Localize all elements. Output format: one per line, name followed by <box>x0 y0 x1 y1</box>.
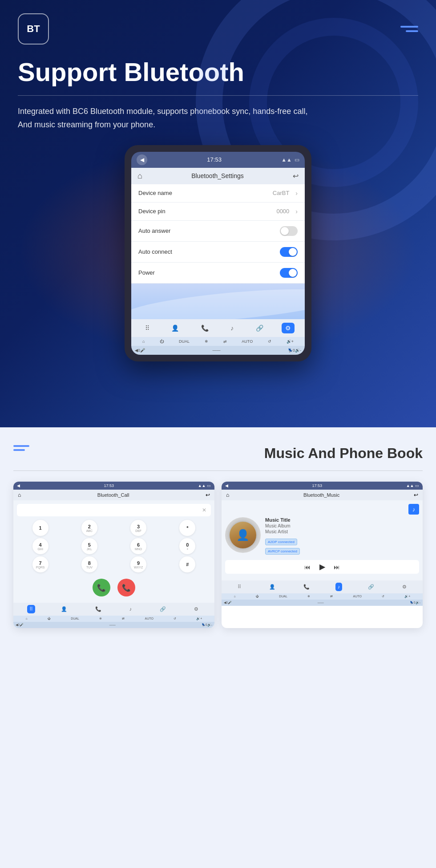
music-badges: A2DP connected AVRCP connected <box>265 537 419 556</box>
climate-home[interactable]: ⌂ <box>142 339 145 344</box>
auto-connect-row[interactable]: Auto connect <box>131 242 305 263</box>
call-body: ✕ 1 2ABC 3DEF * 4GHI 5JKL 6MNO 0+ 7PQRS … <box>13 500 214 603</box>
hero-title: Support Bluetooth <box>18 58 418 86</box>
hero-section: BT Support Bluetooth Integrated with BC6… <box>0 0 436 427</box>
dial-key-9[interactable]: 9WXYZ <box>130 556 146 572</box>
music-nav-contact[interactable]: 👤 <box>267 583 278 591</box>
climate-volume[interactable]: 🔊+ <box>287 339 294 344</box>
dial-key-3[interactable]: 3DEF <box>130 520 146 536</box>
dial-key-4[interactable]: 4GHI <box>32 538 48 554</box>
climate-recirculate[interactable]: ↺ <box>268 339 271 344</box>
call-nav-settings[interactable]: ⚙ <box>192 605 201 613</box>
music-album-text: Music Album <box>265 523 419 528</box>
nav-link-icon[interactable]: 🔗 <box>252 323 267 333</box>
dial-key-8[interactable]: 8TUV <box>81 556 97 572</box>
car-display-container: ◀ 17:53 ▲▲ ▭ ⌂ Bluetooth_Settings ↩ <box>18 145 418 361</box>
screen-title: Bluetooth_Settings <box>191 172 244 179</box>
ctrl-seat[interactable]: 💺 <box>288 348 293 353</box>
music-controls-bar: ◀0🎤——💺0🔊- <box>222 600 423 606</box>
hero-header: BT <box>18 13 418 45</box>
ctrl-back[interactable]: ◀ <box>135 348 138 353</box>
screen-back-btn[interactable]: ◀ <box>137 154 147 165</box>
device-name-value: CarBT <box>273 190 290 196</box>
menu-icon[interactable] <box>400 26 418 32</box>
screen-bottom-nav: ⠿ 👤 📞 ♪ 🔗 ⚙ <box>131 319 305 337</box>
music-note-icon: ♪ <box>408 504 419 515</box>
climate-power[interactable]: ⏻ <box>160 339 164 344</box>
call-nav-contact[interactable]: 👤 <box>59 605 69 613</box>
auto-answer-row[interactable]: Auto answer <box>131 221 305 242</box>
dial-grid: 1 2ABC 3DEF * 4GHI 5JKL 6MNO 0+ 7PQRS 8T… <box>17 520 211 572</box>
music-screen: ◀ 17:53 ▲▲ ▭ ⌂ Bluetooth_Music ↩ ♪ 👤 <box>222 482 423 628</box>
auto-connect-toggle[interactable] <box>280 247 298 257</box>
music-nav: ⌂ Bluetooth_Music ↩ <box>222 490 423 500</box>
power-toggle[interactable] <box>280 268 298 278</box>
call-back-arrow[interactable]: ↩ <box>206 492 210 498</box>
music-prev-btn[interactable]: ⏮ <box>304 564 311 571</box>
screen-home-icon[interactable]: ⌂ <box>137 171 142 181</box>
auto-answer-toggle[interactable] <box>280 226 298 236</box>
device-name-row[interactable]: Device name CarBT › <box>131 184 305 203</box>
music-nav-grid[interactable]: ⠿ <box>235 583 243 591</box>
call-nav-music[interactable]: ♪ <box>127 605 134 613</box>
dial-key-6[interactable]: 6MNO <box>130 538 146 554</box>
music-back-btn[interactable]: ◀ <box>225 483 228 488</box>
ctrl-mic[interactable]: 🎤 <box>140 348 145 353</box>
music-nav-link[interactable]: 🔗 <box>366 583 376 591</box>
bt-logo: BT <box>18 13 49 45</box>
section2-divider <box>13 471 423 471</box>
device-pin-chevron: › <box>295 208 298 215</box>
music-artist-text: Music Artist <box>265 529 419 534</box>
hero-description: Integrated with BC6 Bluetooth module, su… <box>18 105 418 132</box>
call-accept-btn[interactable]: 📞 <box>93 579 110 596</box>
dial-clear-btn[interactable]: ✕ <box>202 507 206 513</box>
music-nav-music[interactable]: ♪ <box>335 583 343 591</box>
call-home-icon[interactable]: ⌂ <box>18 492 21 498</box>
screen-climate-bar: ⌂ ⏻ DUAL ❄ ⇌ AUTO ↺ 🔊+ <box>131 337 305 346</box>
climate-auto: AUTO <box>242 339 253 344</box>
dial-key-star[interactable]: * <box>179 520 195 536</box>
power-row[interactable]: Power <box>131 263 305 284</box>
ctrl-vol-down[interactable]: 🔊- <box>295 348 301 353</box>
call-nav-grid[interactable]: ⠿ <box>27 605 35 613</box>
dial-key-2[interactable]: 2ABC <box>81 520 97 536</box>
dial-key-0[interactable]: 0+ <box>179 538 195 554</box>
screen-back-arrow[interactable]: ↩ <box>293 172 299 180</box>
music-nav-phone[interactable]: 📞 <box>301 583 312 591</box>
nav-contact-icon[interactable]: 👤 <box>168 323 182 333</box>
call-back-btn[interactable]: ◀ <box>17 483 20 488</box>
music-nav-settings[interactable]: ⚙ <box>400 583 409 591</box>
device-pin-row[interactable]: Device pin 0000 › <box>131 203 305 221</box>
call-controls: ◀0🎤——💺0🔊- <box>13 622 214 628</box>
nav-settings-icon[interactable]: ⚙ <box>282 323 295 333</box>
nav-music-icon[interactable]: ♪ <box>227 323 237 333</box>
device-pin-value: 0000 <box>276 208 289 215</box>
nav-grid-icon[interactable]: ⠿ <box>141 323 153 333</box>
dial-key-1[interactable]: 1 <box>32 520 48 536</box>
climate-fan[interactable]: ❄ <box>205 339 208 344</box>
music-phone-section: Music And Phone Book ◀ 17:53 ▲▲ ▭ ⌂ Blue… <box>0 427 436 868</box>
climate-ac[interactable]: ⇌ <box>223 339 227 344</box>
call-nav-phone[interactable]: 📞 <box>93 605 104 613</box>
screen-wave-decoration <box>131 284 305 319</box>
dial-input[interactable]: ✕ <box>17 504 211 516</box>
dial-key-5[interactable]: 5JKL <box>81 538 97 554</box>
ctrl-slider[interactable]: —— <box>145 348 288 353</box>
dial-key-7[interactable]: 7PQRS <box>32 556 48 572</box>
music-back-arrow[interactable]: ↩ <box>414 492 418 498</box>
call-bottom-nav: ⠿ 👤 📞 ♪ 🔗 ⚙ <box>13 603 214 616</box>
device-name-right: CarBT › <box>273 190 298 197</box>
call-reject-btn[interactable]: 📞 <box>117 579 135 596</box>
call-nav-link[interactable]: 🔗 <box>157 605 168 613</box>
nav-phone-icon[interactable]: 📞 <box>198 323 212 333</box>
screen-nav-bar: ⌂ Bluetooth_Settings ↩ <box>131 168 305 184</box>
music-play-btn[interactable]: ▶ <box>319 563 325 571</box>
music-body: ♪ 👤 Music Title Music Album Music Artist… <box>222 500 423 580</box>
section2-menu-icon[interactable] <box>13 445 29 451</box>
dial-key-hash[interactable]: # <box>179 556 195 572</box>
call-title: Bluetooth_Call <box>97 492 129 498</box>
music-next-btn[interactable]: ⏭ <box>334 564 340 571</box>
call-screen: ◀ 17:53 ▲▲ ▭ ⌂ Bluetooth_Call ↩ ✕ 1 2ABC… <box>13 482 214 628</box>
music-home-icon[interactable]: ⌂ <box>226 492 229 498</box>
call-climate: ⌂⏻DUAL❄⇌AUTO↺🔊+ <box>13 616 214 622</box>
